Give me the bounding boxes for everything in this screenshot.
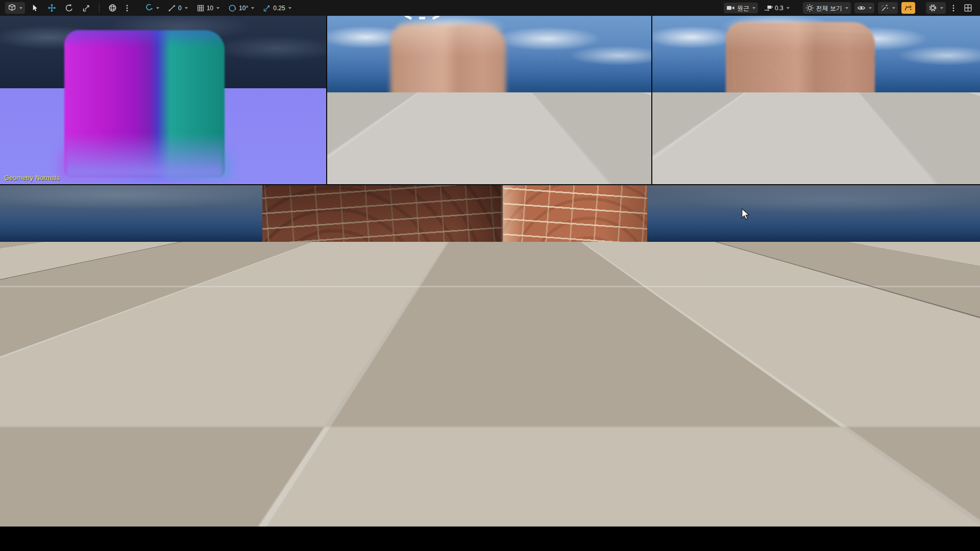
globe-icon xyxy=(108,4,117,12)
grid-snap-dropdown[interactable]: 10 xyxy=(194,3,222,14)
lumen-cube xyxy=(726,22,875,167)
gizmo-x-label: X xyxy=(2,498,7,506)
gizmo-y-label: Y xyxy=(40,496,44,504)
reflection-view-panel[interactable]: Reflection View, SWRT xyxy=(327,16,652,185)
camera-speed-dropdown[interactable]: 0.3 xyxy=(762,3,792,13)
reflection-cube xyxy=(390,24,506,166)
arrow-sparkle-icon xyxy=(904,4,913,12)
gizmo-z-label: Z xyxy=(19,479,23,487)
lit-sun-icon xyxy=(805,4,814,12)
layer-snap-dropdown[interactable]: 0 xyxy=(165,3,190,14)
move-icon xyxy=(47,4,56,12)
select-tool-button[interactable] xyxy=(29,3,41,13)
grid-snap-value: 10 xyxy=(207,5,213,11)
preview-effects-dropdown[interactable] xyxy=(878,2,898,14)
scale-icon xyxy=(82,4,90,12)
chevron-down-icon xyxy=(156,7,159,9)
chevron-down-icon xyxy=(787,7,790,9)
lumen-debug-panel-strip: Geometry Normals Reflection View, SWRT L… xyxy=(0,16,980,185)
chevron-down-icon xyxy=(869,7,872,9)
chevron-down-icon xyxy=(185,7,188,9)
show-flags-dropdown[interactable] xyxy=(854,3,874,13)
grid-snap-icon xyxy=(197,4,205,12)
camera-speed-icon xyxy=(764,4,773,12)
chevron-down-icon xyxy=(752,7,755,9)
mouse-cursor-icon xyxy=(741,208,752,222)
transform-space-button[interactable] xyxy=(106,2,119,14)
chevron-down-icon xyxy=(845,7,848,9)
scale-snap-dropdown[interactable]: 0.25 xyxy=(260,3,293,14)
move-tool-button[interactable] xyxy=(45,2,59,14)
camera-perspective-dropdown[interactable]: 원근 xyxy=(724,3,758,13)
chevron-down-icon xyxy=(288,7,291,9)
rotation-snap-dropdown[interactable]: 10° xyxy=(226,2,257,14)
chevron-down-icon xyxy=(19,7,22,9)
toolbar-right-group: 원근 0.3 전체 보기 xyxy=(724,2,975,14)
camera-icon xyxy=(726,4,735,12)
brick-cube-corner-edge xyxy=(501,185,504,498)
viewport-options-menu[interactable] xyxy=(949,3,958,14)
kebab-menu-icon xyxy=(126,4,129,12)
gear-icon xyxy=(928,4,937,12)
rotation-snap-icon xyxy=(228,4,237,12)
chevron-down-icon xyxy=(940,7,943,9)
quad-layout-icon xyxy=(964,4,972,12)
surface-snap-icon xyxy=(144,4,153,12)
eye-icon xyxy=(857,4,866,12)
viewport-toolbar: 0 10 10° 0.25 xyxy=(0,0,980,16)
kebab-menu-icon xyxy=(952,4,955,12)
panel-label: Geometry Normals xyxy=(4,174,60,182)
viewport-settings-dropdown[interactable] xyxy=(926,2,946,14)
scale-tool-button[interactable] xyxy=(80,3,93,14)
layer-snap-value: 0 xyxy=(178,5,182,11)
geometry-normals-panel[interactable]: Geometry Normals xyxy=(0,16,327,185)
chevron-down-icon xyxy=(892,7,895,9)
brick-cube-right-face xyxy=(503,185,647,498)
layer-snap-icon xyxy=(168,4,176,12)
rotate-tool-button[interactable] xyxy=(62,2,76,14)
scale-snap-value: 0.25 xyxy=(273,5,285,11)
cube-select-icon xyxy=(8,4,16,12)
toolbar-overflow-menu[interactable] xyxy=(123,3,131,14)
view-mode-label: 전체 보기 xyxy=(816,5,842,11)
pointer-icon xyxy=(31,4,39,12)
bottom-letterbox xyxy=(0,527,980,551)
rotation-snap-value: 10° xyxy=(239,5,248,11)
main-viewport[interactable]: Z X Y xyxy=(0,185,980,527)
normals-cube-base-fade xyxy=(64,133,225,179)
toolbar-divider xyxy=(99,4,100,13)
lumen-scene-panel[interactable]: Lumen Scene, Pink - missing Surface Cach… xyxy=(652,16,980,185)
game-view-toggle[interactable] xyxy=(901,2,915,14)
chevron-down-icon xyxy=(216,7,219,9)
quad-view-toggle[interactable] xyxy=(961,2,975,14)
gizmo-origin xyxy=(21,501,25,505)
chevron-down-icon xyxy=(251,7,254,9)
clipped-overlay-glyph xyxy=(405,16,440,21)
camera-speed-value: 0.3 xyxy=(775,5,783,11)
camera-perspective-label: 원근 xyxy=(737,5,749,11)
toolbar-left-group: 0 10 10° 0.25 xyxy=(5,2,294,14)
scale-snap-icon xyxy=(263,4,271,12)
surface-snapping-dropdown[interactable] xyxy=(142,2,162,14)
rotate-icon xyxy=(65,4,74,12)
panel-label: Lumen Scene, Pink - missing Surface Cach… xyxy=(656,174,909,182)
view-mode-dropdown[interactable]: 전체 보기 xyxy=(803,2,851,14)
panel-label: Reflection View, SWRT xyxy=(331,174,400,182)
select-mode-dropdown[interactable] xyxy=(5,2,25,14)
magic-wand-icon xyxy=(880,4,889,12)
